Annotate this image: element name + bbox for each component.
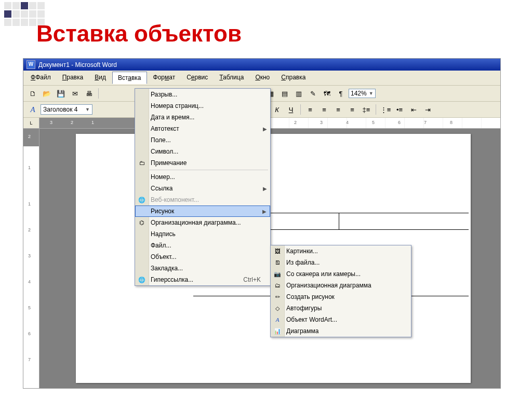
line-spacing-icon[interactable]: ‡≡ [360, 103, 373, 116]
web-component-icon: 🌐 [137, 195, 147, 204]
align-center-icon[interactable]: ≡ [318, 103, 330, 116]
menu-format[interactable]: Формат [148, 72, 181, 84]
submenu-item-clipart[interactable]: 🖼 Картинки... [271, 245, 411, 257]
styles-pane-icon[interactable]: A [26, 103, 39, 116]
menu-item-org-chart[interactable]: ⌬ Организационная диаграмма... [135, 217, 270, 228]
style-value: Заголовок 4 [43, 106, 77, 113]
ruler-corner: L [23, 118, 39, 128]
mail-icon[interactable]: ✉ [69, 87, 81, 100]
chevron-down-icon: ▼ [85, 107, 90, 112]
increase-indent-icon[interactable]: ⇥ [421, 103, 434, 116]
columns-icon[interactable]: ▥ [292, 87, 305, 100]
italic-icon[interactable]: К [271, 103, 283, 116]
menu-edit[interactable]: Правка [57, 72, 89, 84]
chevron-right-icon: ▶ [263, 126, 267, 132]
menu-item-autotext[interactable]: Автотекст▶ [135, 123, 270, 134]
wordart-icon: A [273, 315, 282, 324]
docmap-icon[interactable]: 🗺 [321, 87, 333, 100]
titlebar: W Документ1 - Microsoft Word [23, 59, 500, 71]
menu-item-web-component: 🌐 Веб-компонент... [135, 194, 270, 205]
menu-item-page-numbers[interactable]: Номера страниц... [135, 100, 270, 112]
menu-item-comment[interactable]: 🗀 Примечание [135, 157, 270, 169]
hyperlink-shortcut: Ctrl+K [243, 276, 261, 283]
menu-item-number[interactable]: Номер... [135, 171, 270, 183]
menu-item-reference[interactable]: Ссылка▶ [135, 183, 270, 194]
align-right-icon[interactable]: ≡ [332, 103, 344, 116]
submenu-item-new-drawing[interactable]: ✏ Создать рисунок [271, 291, 411, 303]
chart-icon: 📊 [273, 326, 282, 336]
new-doc-icon[interactable]: 🗋 [26, 87, 39, 100]
comment-icon: 🗀 [137, 158, 147, 168]
menu-item-picture[interactable]: Рисунок▶ [135, 205, 270, 217]
menu-item-date-time[interactable]: Дата и время... [135, 112, 270, 123]
hyperlink-icon: 🌐 [137, 275, 147, 284]
menu-item-textbox[interactable]: Надпись [135, 228, 270, 240]
open-icon[interactable]: 📂 [41, 87, 53, 100]
word-app-icon: W [26, 60, 35, 69]
menu-help[interactable]: Справка [276, 72, 311, 84]
excel-icon[interactable]: ▤ [278, 87, 291, 100]
menu-insert[interactable]: Вставка [112, 72, 147, 84]
chevron-right-icon: ▶ [262, 209, 267, 214]
menu-file[interactable]: ФФайлdocument.currentScript.previousElem… [25, 72, 56, 84]
autoshapes-icon: ◇ [273, 304, 282, 313]
menu-item-break[interactable]: Разрыв... [135, 89, 270, 100]
menu-window[interactable]: Окно [250, 72, 275, 84]
menu-item-hyperlink[interactable]: 🌐 Гиперссылка... Ctrl+K [135, 274, 270, 285]
numbered-list-icon[interactable]: ⋮≡ [379, 103, 392, 116]
scanner-icon: 📷 [273, 269, 282, 279]
window-title: Документ1 - Microsoft Word [38, 61, 117, 68]
menu-item-field[interactable]: Поле... [135, 134, 270, 146]
menubar: ФФайлdocument.currentScript.previousElem… [23, 71, 500, 86]
chevron-right-icon: ▶ [263, 186, 267, 191]
submenu-item-autoshapes[interactable]: ◇ Автофигуры [271, 303, 411, 314]
align-justify-icon[interactable]: ≡ [346, 103, 358, 116]
style-combo[interactable]: Заголовок 4 ▼ [41, 104, 92, 115]
from-file-icon: 🖻 [273, 258, 282, 267]
menu-service[interactable]: Сервис [181, 72, 213, 84]
clipart-icon: 🖼 [273, 246, 282, 256]
menu-view[interactable]: Вид [89, 72, 111, 84]
submenu-item-wordart[interactable]: A Объект WordArt... [271, 314, 411, 325]
zoom-value: 142% [351, 90, 367, 97]
submenu-item-org-chart[interactable]: 🗂 Организационная диаграмма [271, 280, 411, 291]
org-chart-icon: 🗂 [273, 281, 282, 290]
picture-submenu: 🖼 Картинки... 🖻 Из файла... 📷 Со сканера… [270, 245, 411, 337]
zoom-combo[interactable]: 142% ▼ [349, 89, 376, 98]
underline-icon[interactable]: Ч [285, 103, 297, 116]
chevron-down-icon: ▼ [369, 91, 374, 96]
vertical-ruler: 2 1 1 2 3 4 5 6 7 [23, 129, 39, 388]
save-icon[interactable]: 💾 [55, 87, 67, 100]
showhide-icon[interactable]: ¶ [335, 87, 347, 100]
decrease-indent-icon[interactable]: ⇤ [407, 103, 420, 116]
menu-item-file[interactable]: Файл... [135, 240, 270, 251]
org-chart-icon: ⌬ [137, 218, 147, 227]
submenu-item-chart[interactable]: 📊 Диаграмма [271, 325, 411, 337]
drawing-icon[interactable]: ✎ [307, 87, 319, 100]
align-left-icon[interactable]: ≡ [304, 103, 316, 116]
new-drawing-icon: ✏ [273, 292, 282, 301]
insert-menu-dropdown: Разрыв... Номера страниц... Дата и время… [135, 88, 271, 286]
menu-item-object[interactable]: Объект... [135, 251, 270, 263]
print-icon[interactable]: 🖶 [83, 87, 95, 100]
submenu-item-scanner[interactable]: 📷 Со сканера или камеры... [271, 268, 411, 280]
menu-table[interactable]: Таблица [214, 72, 249, 84]
menu-item-symbol[interactable]: Символ... [135, 146, 270, 157]
menu-item-bookmark[interactable]: Закладка... [135, 263, 270, 274]
slide-title: Вставка объектов [36, 21, 242, 47]
bullet-list-icon[interactable]: •≡ [393, 103, 406, 116]
submenu-item-from-file[interactable]: 🖻 Из файла... [271, 257, 411, 268]
